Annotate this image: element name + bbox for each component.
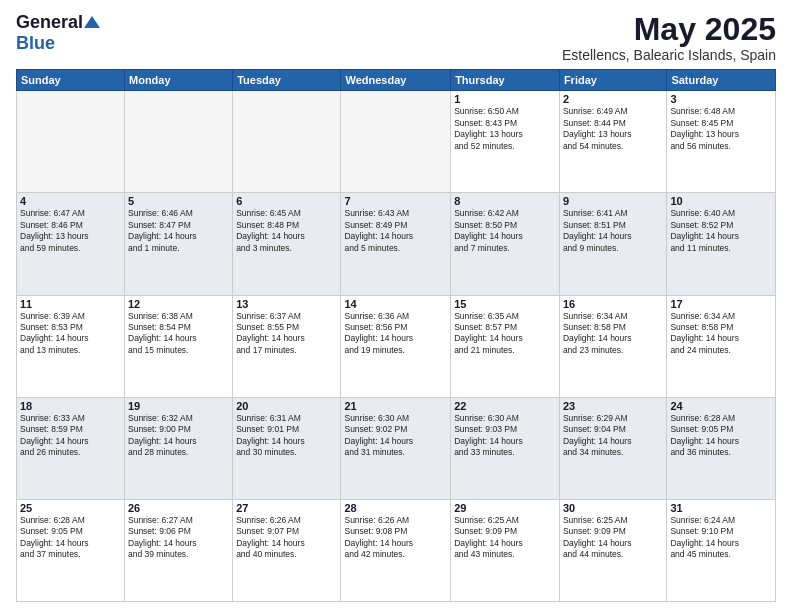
calendar-cell: 9Sunrise: 6:41 AM Sunset: 8:51 PM Daylig… xyxy=(559,193,666,295)
calendar-cell: 22Sunrise: 6:30 AM Sunset: 9:03 PM Dayli… xyxy=(451,397,560,499)
cell-info: Sunrise: 6:49 AM Sunset: 8:44 PM Dayligh… xyxy=(563,106,663,152)
cell-info: Sunrise: 6:38 AM Sunset: 8:54 PM Dayligh… xyxy=(128,311,229,357)
day-number: 28 xyxy=(344,502,447,514)
svg-marker-0 xyxy=(84,16,100,28)
calendar-cell: 27Sunrise: 6:26 AM Sunset: 9:07 PM Dayli… xyxy=(233,499,341,601)
calendar-cell: 3Sunrise: 6:48 AM Sunset: 8:45 PM Daylig… xyxy=(667,91,776,193)
cell-info: Sunrise: 6:25 AM Sunset: 9:09 PM Dayligh… xyxy=(454,515,556,561)
calendar-table: SundayMondayTuesdayWednesdayThursdayFrid… xyxy=(16,69,776,602)
day-number: 29 xyxy=(454,502,556,514)
month-title: May 2025 xyxy=(562,12,776,47)
day-number: 18 xyxy=(20,400,121,412)
cell-info: Sunrise: 6:35 AM Sunset: 8:57 PM Dayligh… xyxy=(454,311,556,357)
day-number: 24 xyxy=(670,400,772,412)
cell-info: Sunrise: 6:30 AM Sunset: 9:02 PM Dayligh… xyxy=(344,413,447,459)
cell-info: Sunrise: 6:31 AM Sunset: 9:01 PM Dayligh… xyxy=(236,413,337,459)
day-number: 12 xyxy=(128,298,229,310)
cell-info: Sunrise: 6:47 AM Sunset: 8:46 PM Dayligh… xyxy=(20,208,121,254)
day-number: 8 xyxy=(454,195,556,207)
calendar-cell: 13Sunrise: 6:37 AM Sunset: 8:55 PM Dayli… xyxy=(233,295,341,397)
day-number: 16 xyxy=(563,298,663,310)
day-number: 15 xyxy=(454,298,556,310)
col-header-wednesday: Wednesday xyxy=(341,70,451,91)
calendar-cell: 23Sunrise: 6:29 AM Sunset: 9:04 PM Dayli… xyxy=(559,397,666,499)
cell-info: Sunrise: 6:39 AM Sunset: 8:53 PM Dayligh… xyxy=(20,311,121,357)
day-number: 6 xyxy=(236,195,337,207)
cell-info: Sunrise: 6:26 AM Sunset: 9:08 PM Dayligh… xyxy=(344,515,447,561)
calendar-cell: 29Sunrise: 6:25 AM Sunset: 9:09 PM Dayli… xyxy=(451,499,560,601)
week-row-1: 1Sunrise: 6:50 AM Sunset: 8:43 PM Daylig… xyxy=(17,91,776,193)
day-number: 25 xyxy=(20,502,121,514)
calendar-cell: 7Sunrise: 6:43 AM Sunset: 8:49 PM Daylig… xyxy=(341,193,451,295)
calendar-cell: 8Sunrise: 6:42 AM Sunset: 8:50 PM Daylig… xyxy=(451,193,560,295)
day-number: 3 xyxy=(670,93,772,105)
day-number: 7 xyxy=(344,195,447,207)
cell-info: Sunrise: 6:37 AM Sunset: 8:55 PM Dayligh… xyxy=(236,311,337,357)
header: General Blue May 2025 Estellencs, Balear… xyxy=(16,12,776,63)
day-number: 17 xyxy=(670,298,772,310)
calendar-cell: 2Sunrise: 6:49 AM Sunset: 8:44 PM Daylig… xyxy=(559,91,666,193)
calendar-cell: 26Sunrise: 6:27 AM Sunset: 9:06 PM Dayli… xyxy=(125,499,233,601)
day-number: 21 xyxy=(344,400,447,412)
calendar-cell: 11Sunrise: 6:39 AM Sunset: 8:53 PM Dayli… xyxy=(17,295,125,397)
header-row: SundayMondayTuesdayWednesdayThursdayFrid… xyxy=(17,70,776,91)
cell-info: Sunrise: 6:27 AM Sunset: 9:06 PM Dayligh… xyxy=(128,515,229,561)
location: Estellencs, Balearic Islands, Spain xyxy=(562,47,776,63)
calendar-cell: 31Sunrise: 6:24 AM Sunset: 9:10 PM Dayli… xyxy=(667,499,776,601)
calendar-cell: 18Sunrise: 6:33 AM Sunset: 8:59 PM Dayli… xyxy=(17,397,125,499)
cell-info: Sunrise: 6:34 AM Sunset: 8:58 PM Dayligh… xyxy=(670,311,772,357)
col-header-saturday: Saturday xyxy=(667,70,776,91)
cell-info: Sunrise: 6:41 AM Sunset: 8:51 PM Dayligh… xyxy=(563,208,663,254)
calendar-cell: 19Sunrise: 6:32 AM Sunset: 9:00 PM Dayli… xyxy=(125,397,233,499)
day-number: 20 xyxy=(236,400,337,412)
cell-info: Sunrise: 6:43 AM Sunset: 8:49 PM Dayligh… xyxy=(344,208,447,254)
calendar-cell: 20Sunrise: 6:31 AM Sunset: 9:01 PM Dayli… xyxy=(233,397,341,499)
calendar-cell: 4Sunrise: 6:47 AM Sunset: 8:46 PM Daylig… xyxy=(17,193,125,295)
day-number: 10 xyxy=(670,195,772,207)
col-header-thursday: Thursday xyxy=(451,70,560,91)
day-number: 19 xyxy=(128,400,229,412)
day-number: 5 xyxy=(128,195,229,207)
cell-info: Sunrise: 6:26 AM Sunset: 9:07 PM Dayligh… xyxy=(236,515,337,561)
day-number: 26 xyxy=(128,502,229,514)
logo-triangle-icon xyxy=(84,14,100,30)
col-header-monday: Monday xyxy=(125,70,233,91)
col-header-sunday: Sunday xyxy=(17,70,125,91)
week-row-2: 4Sunrise: 6:47 AM Sunset: 8:46 PM Daylig… xyxy=(17,193,776,295)
cell-info: Sunrise: 6:50 AM Sunset: 8:43 PM Dayligh… xyxy=(454,106,556,152)
day-number: 30 xyxy=(563,502,663,514)
cell-info: Sunrise: 6:48 AM Sunset: 8:45 PM Dayligh… xyxy=(670,106,772,152)
page: General Blue May 2025 Estellencs, Balear… xyxy=(0,0,792,612)
day-number: 9 xyxy=(563,195,663,207)
cell-info: Sunrise: 6:25 AM Sunset: 9:09 PM Dayligh… xyxy=(563,515,663,561)
day-number: 31 xyxy=(670,502,772,514)
day-number: 11 xyxy=(20,298,121,310)
calendar-cell: 1Sunrise: 6:50 AM Sunset: 8:43 PM Daylig… xyxy=(451,91,560,193)
cell-info: Sunrise: 6:29 AM Sunset: 9:04 PM Dayligh… xyxy=(563,413,663,459)
cell-info: Sunrise: 6:30 AM Sunset: 9:03 PM Dayligh… xyxy=(454,413,556,459)
cell-info: Sunrise: 6:42 AM Sunset: 8:50 PM Dayligh… xyxy=(454,208,556,254)
calendar-cell: 21Sunrise: 6:30 AM Sunset: 9:02 PM Dayli… xyxy=(341,397,451,499)
calendar-cell: 28Sunrise: 6:26 AM Sunset: 9:08 PM Dayli… xyxy=(341,499,451,601)
cell-info: Sunrise: 6:36 AM Sunset: 8:56 PM Dayligh… xyxy=(344,311,447,357)
cell-info: Sunrise: 6:28 AM Sunset: 9:05 PM Dayligh… xyxy=(670,413,772,459)
calendar-cell: 14Sunrise: 6:36 AM Sunset: 8:56 PM Dayli… xyxy=(341,295,451,397)
calendar-cell xyxy=(17,91,125,193)
logo-blue-text: Blue xyxy=(16,33,55,53)
calendar-cell: 30Sunrise: 6:25 AM Sunset: 9:09 PM Dayli… xyxy=(559,499,666,601)
day-number: 22 xyxy=(454,400,556,412)
cell-info: Sunrise: 6:28 AM Sunset: 9:05 PM Dayligh… xyxy=(20,515,121,561)
logo: General Blue xyxy=(16,12,100,54)
day-number: 23 xyxy=(563,400,663,412)
cell-info: Sunrise: 6:32 AM Sunset: 9:00 PM Dayligh… xyxy=(128,413,229,459)
day-number: 2 xyxy=(563,93,663,105)
calendar-cell: 5Sunrise: 6:46 AM Sunset: 8:47 PM Daylig… xyxy=(125,193,233,295)
title-area: May 2025 Estellencs, Balearic Islands, S… xyxy=(562,12,776,63)
calendar-cell: 12Sunrise: 6:38 AM Sunset: 8:54 PM Dayli… xyxy=(125,295,233,397)
logo-general-text: General xyxy=(16,12,83,33)
week-row-4: 18Sunrise: 6:33 AM Sunset: 8:59 PM Dayli… xyxy=(17,397,776,499)
calendar-cell: 10Sunrise: 6:40 AM Sunset: 8:52 PM Dayli… xyxy=(667,193,776,295)
col-header-tuesday: Tuesday xyxy=(233,70,341,91)
calendar-cell: 6Sunrise: 6:45 AM Sunset: 8:48 PM Daylig… xyxy=(233,193,341,295)
col-header-friday: Friday xyxy=(559,70,666,91)
